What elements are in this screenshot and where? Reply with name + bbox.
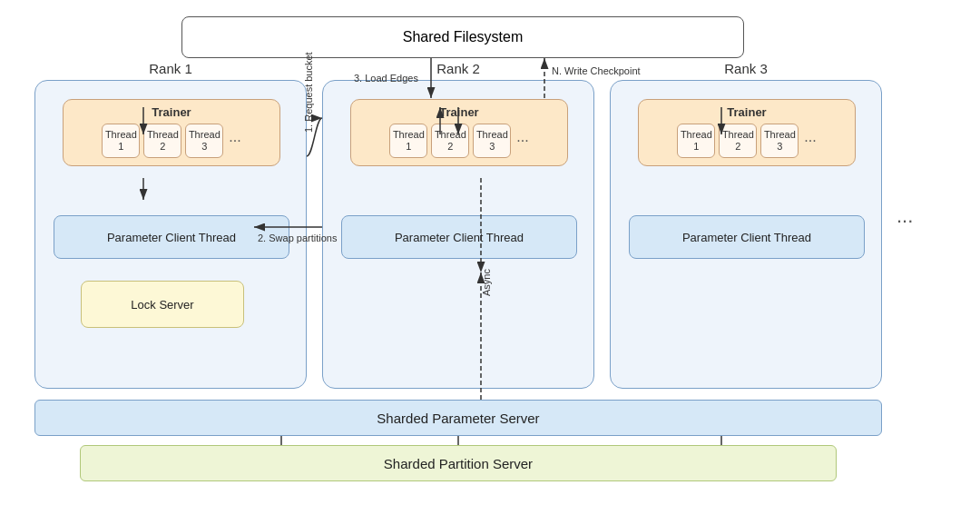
rank1-thread-dots: ··· (229, 124, 240, 158)
rank1-thread3: Thread3 (185, 124, 223, 158)
rank1-thread1: Thread1 (102, 124, 140, 158)
rank1-lock-server-label: Lock Server (131, 298, 193, 312)
rank3-param-client: Parameter Client Thread (629, 215, 865, 259)
rank1-lock-server: Lock Server (81, 281, 244, 328)
rank2-thread1: Thread1 (389, 124, 427, 158)
rank1-thread2: Thread2 (143, 124, 181, 158)
rank3-label: Rank 3 (611, 61, 881, 76)
rank3-thread1: Thread1 (677, 124, 715, 158)
write-checkpoint-label: N. Write Checkpoint (552, 65, 641, 76)
rank2-threads-row: Thread1 Thread2 Thread3 ··· (389, 124, 528, 158)
rank1-threads-row: Thread1 Thread2 Thread3 ··· (102, 124, 240, 158)
rank2-thread2: Thread2 (431, 124, 469, 158)
async-label: Async (481, 269, 492, 296)
swap-partitions-label: 2. Swap partitions (258, 233, 337, 243)
rank1-trainer-label: Trainer (152, 105, 191, 119)
more-ranks-dots: ··· (897, 209, 913, 233)
rank2-param-client: Parameter Client Thread (341, 215, 577, 259)
rank2-param-client-label: Parameter Client Thread (395, 231, 524, 244)
sharded-partition-server: Sharded Partition Server (80, 445, 837, 481)
shared-filesystem-label: Shared Filesystem (403, 29, 524, 45)
rank1-param-client-label: Parameter Client Thread (107, 231, 236, 244)
rank3-trainer: Trainer Thread1 Thread2 Thread3 ··· (638, 99, 856, 166)
rank3-threads-row: Thread1 Thread2 Thread3 ··· (677, 124, 816, 158)
rank3-thread3: Thread3 (760, 124, 799, 158)
request-bucket-label: 1. Request bucket (303, 52, 314, 133)
rank2-thread-dots: ··· (516, 124, 528, 158)
rank1-label: Rank 1 (35, 61, 306, 76)
load-edges-label: 3. Load Edges (354, 73, 418, 84)
rank1-trainer: Trainer Thread1 Thread2 Thread3 ··· (63, 99, 280, 166)
diagram-container: Shared Filesystem Rank 1 Trainer Thread1… (0, 0, 980, 505)
sharded-param-server-label: Sharded Parameter Server (377, 411, 539, 426)
sharded-partition-server-label: Sharded Partition Server (384, 456, 533, 471)
rank3-thread2: Thread2 (719, 124, 757, 158)
rank3-box: Rank 3 Trainer Thread1 Thread2 Thread3 ·… (610, 80, 882, 389)
rank2-box: Rank 2 Trainer Thread1 Thread2 Thread3 ·… (322, 80, 594, 389)
rank2-trainer: Trainer Thread1 Thread2 Thread3 ··· (350, 99, 568, 166)
shared-filesystem-box: Shared Filesystem (181, 16, 744, 58)
rank3-param-client-label: Parameter Client Thread (682, 231, 811, 244)
rank1-param-client: Parameter Client Thread (54, 215, 289, 259)
rank3-thread-dots: ··· (804, 124, 816, 158)
rank2-trainer-label: Trainer (439, 105, 478, 119)
sharded-param-server: Sharded Parameter Server (34, 400, 882, 436)
rank3-trainer-label: Trainer (727, 105, 766, 119)
rank2-thread3: Thread3 (473, 124, 511, 158)
